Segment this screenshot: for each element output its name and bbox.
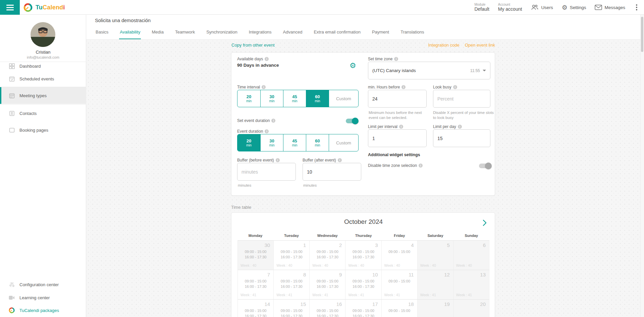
- settings-button[interactable]: ⚙ Settings: [562, 4, 586, 11]
- open-event-link[interactable]: Open event link: [465, 43, 495, 48]
- tab-translations[interactable]: Translations: [400, 27, 425, 39]
- integration-code-link[interactable]: Integration code: [428, 43, 459, 48]
- look-busy-input[interactable]: [433, 90, 490, 108]
- user-name: Cristian: [0, 50, 86, 55]
- sidebar-item-scheduled-events[interactable]: Scheduled events: [0, 72, 86, 86]
- calendar-times: 09:00 - 15:0016:00 - 17:30: [274, 308, 309, 317]
- tab-extra-email-confirmation[interactable]: Extra email confirmation: [313, 27, 361, 39]
- calendar-cell[interactable]: 1709:00 - 15:0016:00 - 17:30: [345, 299, 381, 317]
- calendar-cell[interactable]: 1109:00 - 15:00Week : 41: [382, 270, 418, 299]
- sidebar-item-tucalendi-packages[interactable]: TuCalendi packages: [0, 303, 86, 317]
- sidebar-item-meeting-types[interactable]: Meeting types: [0, 87, 86, 104]
- tab-integrations[interactable]: Integrations: [248, 27, 272, 39]
- tab-teamwork[interactable]: Teamwork: [174, 27, 196, 39]
- brand-logo[interactable]: TuCalendi: [23, 0, 65, 15]
- calendar-cell[interactable]: 20: [453, 299, 489, 317]
- next-month-button[interactable]: [481, 219, 489, 227]
- duration-option-custom[interactable]: Custom: [329, 134, 358, 151]
- tab-media[interactable]: Media: [151, 27, 164, 39]
- time-zone-value: (UTC) Canary islands: [372, 68, 470, 73]
- duration-option-20[interactable]: 20min: [237, 134, 260, 151]
- info-icon[interactable]: [419, 164, 423, 168]
- info-icon[interactable]: [458, 125, 462, 129]
- calendar-date: 3: [375, 242, 378, 248]
- sidebar-item-booking-pages[interactable]: Booking pages: [0, 123, 86, 137]
- week-label: Week : 40: [312, 263, 328, 267]
- available-days-gear-icon[interactable]: ⚙: [350, 62, 356, 69]
- calendar-cell[interactable]: 19: [418, 299, 453, 317]
- calendar-cell[interactable]: 1809:00 - 15:00: [382, 299, 418, 317]
- sidebar-item-contacts[interactable]: Contacts: [0, 106, 86, 120]
- sidebar-item-dashboard[interactable]: Dashboard: [0, 59, 86, 73]
- info-icon[interactable]: [262, 85, 266, 89]
- limit-per-interval-input[interactable]: [368, 129, 427, 147]
- duration-option-20[interactable]: 20min: [237, 90, 260, 107]
- calendar-cell[interactable]: 1509:00 - 15:0016:00 - 17:30: [274, 299, 310, 317]
- info-icon[interactable]: [276, 158, 280, 162]
- calendar-cell[interactable]: 909:00 - 15:0016:00 - 17:30Week : 41: [310, 270, 345, 299]
- info-icon[interactable]: [338, 158, 342, 162]
- min-hours-before-label: min. Hours before: [368, 85, 406, 89]
- scrollbar-thumb[interactable]: [641, 17, 643, 52]
- copy-from-other-event-link[interactable]: Copy from other event: [231, 43, 275, 48]
- sidebar-item-learning-center[interactable]: Learning center: [0, 291, 86, 305]
- week-label: Week : 41: [276, 293, 292, 297]
- info-icon[interactable]: [401, 85, 406, 89]
- duration-option-custom[interactable]: Custom: [329, 90, 358, 107]
- time-table-label: Time table: [231, 205, 251, 210]
- buffer-before-input[interactable]: [237, 163, 296, 181]
- duration-option-30[interactable]: 30min: [260, 134, 283, 151]
- info-icon[interactable]: [399, 125, 403, 129]
- disable-time-zone-toggle[interactable]: [479, 164, 491, 168]
- sidebar-item-label: Scheduled events: [19, 76, 54, 81]
- calendar-cell[interactable]: 1009:00 - 15:0016:00 - 17:30Week : 41: [345, 270, 381, 299]
- duration-option-60[interactable]: 60min: [306, 90, 329, 107]
- time-zone-select[interactable]: (UTC) Canary islands 11:55: [368, 62, 490, 79]
- chevron-right-icon: [481, 219, 489, 227]
- calendar-cell[interactable]: 12Week : 41: [418, 270, 453, 299]
- avatar[interactable]: [31, 22, 55, 47]
- tab-availability[interactable]: Availability: [119, 27, 141, 39]
- calendar-cell[interactable]: 709:00 - 15:0016:00 - 17:30Week : 41: [238, 270, 274, 299]
- account-selector[interactable]: Account My account: [498, 3, 522, 11]
- page-header: Solicita una demostración Basics Availab…: [86, 15, 644, 40]
- calendar-cell[interactable]: 309:00 - 15:0016:00 - 17:30Week : 40: [345, 240, 381, 270]
- tab-bar: Basics Availability Media Teamwork Synch…: [95, 27, 425, 39]
- duration-option-45[interactable]: 45min: [283, 90, 306, 107]
- info-icon[interactable]: [265, 129, 269, 133]
- gear-icon: ⚙: [562, 4, 568, 11]
- calendar-cell[interactable]: 3009:00 - 15:0016:00 - 17:30Week : 40: [238, 240, 274, 270]
- calendar-cell[interactable]: 109:00 - 15:0016:00 - 17:30Week : 40: [274, 240, 310, 270]
- info-icon[interactable]: [265, 57, 269, 61]
- more-options-icon[interactable]: [634, 3, 639, 12]
- sidebar-item-configuration-center[interactable]: Configuration center: [0, 277, 86, 292]
- messages-button[interactable]: Messages: [595, 5, 625, 10]
- info-icon[interactable]: [453, 85, 457, 89]
- calendar-cell[interactable]: 209:00 - 15:0016:00 - 17:30Week : 40: [310, 240, 345, 270]
- info-icon[interactable]: [394, 57, 398, 61]
- calendar-cell[interactable]: 809:00 - 15:0016:00 - 17:30Week : 41: [274, 270, 310, 299]
- duration-option-60[interactable]: 60min: [306, 134, 329, 151]
- calendar-cell[interactable]: 6Week : 40: [453, 240, 489, 270]
- min-hours-before-input[interactable]: [368, 90, 427, 108]
- users-button[interactable]: Users: [531, 4, 553, 11]
- calendar-cell[interactable]: 13Week : 41: [453, 270, 489, 299]
- calendar-cell[interactable]: 5Week : 40: [418, 240, 453, 270]
- calendar-cell[interactable]: 1609:00 - 15:0016:00 - 17:30: [310, 299, 345, 317]
- tab-synchronization[interactable]: Synchronization: [206, 27, 238, 39]
- hamburger-menu-icon[interactable]: [0, 0, 20, 15]
- scrollbar-track[interactable]: [640, 15, 644, 317]
- module-selector[interactable]: Module Default: [474, 3, 489, 11]
- available-days-value: 90 Days in advance: [237, 63, 279, 68]
- duration-option-30[interactable]: 30min: [260, 90, 283, 107]
- calendar-cell[interactable]: 409:00 - 15:00Week : 40: [382, 240, 418, 270]
- tab-advanced[interactable]: Advanced: [282, 27, 303, 39]
- info-icon[interactable]: [271, 119, 275, 123]
- set-event-duration-toggle[interactable]: [346, 119, 358, 123]
- tab-basics[interactable]: Basics: [95, 27, 109, 39]
- tab-payment[interactable]: Payment: [371, 27, 390, 39]
- duration-option-45[interactable]: 45min: [283, 134, 306, 151]
- buffer-after-input[interactable]: [303, 163, 361, 181]
- calendar-cell[interactable]: 1409:00 - 15:0016:00 - 17:30: [238, 299, 274, 317]
- limit-per-day-input[interactable]: [433, 129, 490, 147]
